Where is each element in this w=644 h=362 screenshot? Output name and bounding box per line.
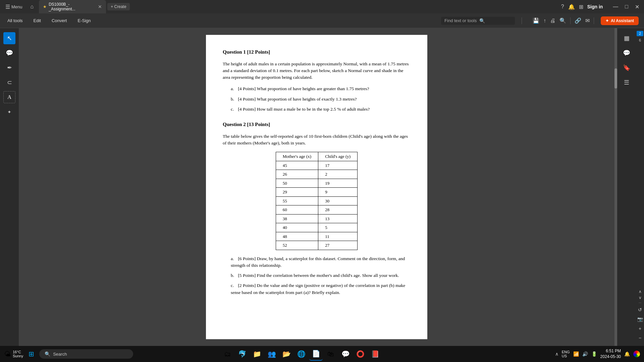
menu-button[interactable]: ☰ Menu [3,2,25,11]
right-bookmark-tool[interactable]: 🔖 [621,62,633,74]
taskbar-app-teams[interactable]: 👥 [265,347,278,361]
q2-c-label: c. [231,282,237,289]
share-icon[interactable]: ↑ [543,18,546,24]
edit-button[interactable]: Edit [32,17,43,24]
maximize-button[interactable]: □ [623,3,630,11]
right-layers-tool[interactable]: ☰ [621,76,633,88]
taskbar-search[interactable]: 🔍 Search [39,349,133,359]
zoom-out-button[interactable]: − [637,334,643,342]
right-chat-tool[interactable]: 💬 [621,47,633,59]
tray-time[interactable]: 6:51 PM 2024-05-30 [600,348,621,360]
table-row: 262 [276,170,357,179]
tray-battery[interactable]: 🔋 [591,351,597,357]
q1-b-text: [4 Points] What proportion of have heigh… [238,97,357,102]
taskbar-app-pdf[interactable]: 📕 [368,347,382,361]
table-cell: 55 [276,196,318,205]
browser-bar: ☰ Menu ⌂ ★ DS1000B_-_Assignment... ✕ + C… [0,0,644,13]
taskbar-app-folder[interactable]: 📂 [280,347,293,361]
toolbar-icon-group: 💾 ↑ 🖨 🔍 🔗 ✉ [533,17,594,24]
table-cell: 29 [276,188,318,197]
question1-body: The height of adult males in a certain p… [223,61,411,81]
q1-a-label: a. [231,85,237,92]
lasso-tool[interactable]: ⊂ [3,76,15,88]
cursor-tool[interactable]: ↖ [3,32,15,44]
sign-in-button[interactable]: Sign in [587,4,603,9]
new-tab-button[interactable]: + Create [107,3,129,10]
weather-info: 16°C Sunny [13,350,23,358]
page-2-number[interactable]: 2 [637,31,643,36]
tab-close-icon[interactable]: ✕ [98,4,102,9]
question1-a: a. [4 Points] What proportion of have he… [231,85,411,92]
close-button[interactable]: ✕ [633,3,641,11]
comment-tool[interactable]: 💬 [3,47,15,59]
all-tools-button[interactable]: All tools [5,17,25,24]
table-cell: 5 [318,223,358,232]
q2-b-label: b. [231,272,237,279]
taskbar-app-explorer[interactable]: 📁 [250,347,264,361]
save-icon[interactable]: 💾 [533,17,539,24]
tray-color[interactable] [633,351,640,357]
table-row: 3813 [276,214,357,223]
weather-temp: 16°C [13,350,23,354]
taskbar-app-store[interactable]: 🛍 [324,347,337,361]
taskbar-app-files[interactable]: 🗂 [221,347,234,361]
window-controls: — □ ✕ [611,3,641,11]
print-icon[interactable]: 🖨 [550,18,555,24]
table-row: 5227 [276,241,357,250]
right-panel-tool[interactable]: ▦ [621,32,633,44]
document-page: Question 1 [12 Points] The height of adu… [206,35,427,339]
taskbar-app-chrome[interactable]: ⭕ [354,347,367,361]
menu-label: Menu [11,4,22,9]
zoom-in-button[interactable]: + [637,324,643,333]
taskbar-app-copilot[interactable]: 🐬 [235,347,249,361]
taskbar-app-edge[interactable]: 🌐 [294,347,308,361]
home-button[interactable]: ⌂ [28,2,37,11]
notifications-icon[interactable]: 🔔 [568,4,575,10]
link-icon[interactable]: 🔗 [575,17,581,24]
document-scrollbar[interactable] [614,28,617,346]
tray-notification[interactable]: 🔔 [624,351,630,357]
toolbar-separator2 [570,17,571,24]
table-cell: 9 [318,188,358,197]
table-row: 4517 [276,161,357,170]
table-cell: 45 [276,161,318,170]
question2-a: a. [6 Points] Draw, by hand, a scatterpl… [231,255,411,269]
page-up-button[interactable]: ∧ [639,289,642,294]
ai-assistant-button[interactable]: ✦ AI Assistant [601,16,639,25]
rotate-button[interactable]: ↺ [637,306,643,314]
minimize-button[interactable]: — [611,3,620,11]
toolbar-search[interactable]: Find text or tools 🔍 [441,17,515,25]
apps-grid-icon[interactable]: ⊞ [579,4,583,10]
search-icon: 🔍 [479,18,485,23]
tray-wifi[interactable]: 📶 [573,351,579,357]
esign-button[interactable]: E-Sign [75,17,93,24]
q2-b-text: [5 Points] Find the correlation between … [238,273,399,278]
ai-tool[interactable]: ✦ [3,106,15,118]
tray-chevron[interactable]: ∧ [555,351,558,357]
page-6-number[interactable]: 6 [637,38,643,43]
taskbar-app-acrobat[interactable]: 📄 [309,347,323,361]
pen-tool[interactable]: ✒ [3,62,15,74]
toolbar-separator [522,17,522,24]
zoom-icon[interactable]: 🔍 [559,17,566,24]
q1-b-label: b. [231,96,237,103]
table-cell: 28 [318,205,358,215]
taskbar-app-whatsapp[interactable]: 💬 [339,347,352,361]
question2-c: c. [2 Points] Do the value and the sign … [231,282,411,296]
camera-button[interactable]: 📷 [636,315,644,323]
scrollbar-thumb[interactable] [614,68,617,88]
menu-icon: ☰ [5,4,10,10]
document-container[interactable]: Question 1 [12 Points] The height of adu… [19,28,614,346]
start-button[interactable]: ⊞ [25,348,37,360]
text-tool[interactable]: A [3,91,15,103]
active-tab[interactable]: ★ DS1000B_-_Assignment... ✕ [39,0,106,13]
help-icon[interactable]: ? [561,4,564,10]
question2-title: Question 2 [13 Points] [223,121,411,128]
email-icon[interactable]: ✉ [585,17,590,24]
tray-lang[interactable]: ENGUS [562,350,570,358]
convert-button[interactable]: Convert [50,17,69,24]
page-down-button[interactable]: ∨ [639,295,642,300]
tray-volume[interactable]: 🔊 [582,351,588,357]
windows-logo: ⊞ [29,350,34,358]
left-sidebar: ↖ 💬 ✒ ⊂ A ✦ [0,28,19,346]
